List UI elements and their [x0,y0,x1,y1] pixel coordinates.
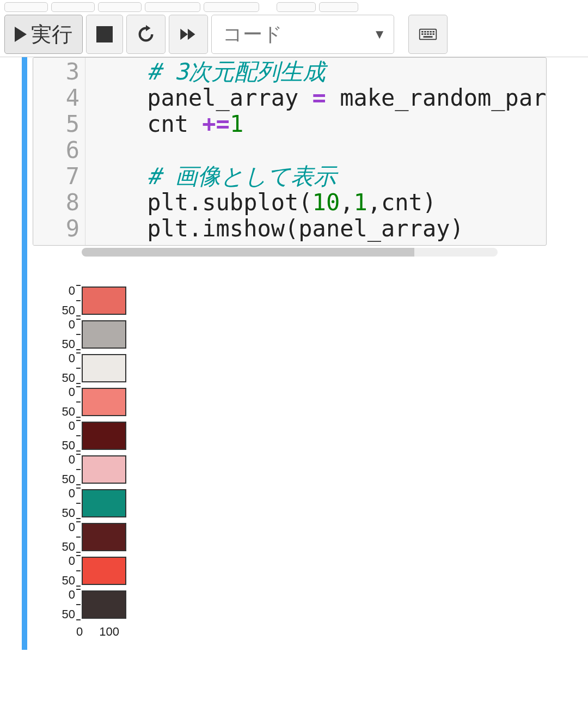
restart-button[interactable] [126,15,166,54]
interrupt-button[interactable] [86,15,123,54]
code-editor[interactable]: 3456789 # 3次元配列生成 panel_array = make_ran… [33,57,547,246]
subplot: 050 [44,284,185,318]
subplot: 050 [44,554,185,588]
play-icon [15,27,27,42]
subplot: 050 [44,588,185,621]
code-text[interactable]: # 3次元配列生成 panel_array = make_random_par … [85,58,546,245]
y-tick-labels: 050 [44,454,75,485]
partial-button [204,2,259,12]
caret-down-icon: ▼ [373,27,386,42]
y-tick-labels: 050 [44,285,75,316]
svg-rect-5 [433,31,434,33]
svg-rect-11 [424,36,433,38]
run-button-label: 実行 [31,21,72,48]
y-tick-labels: 050 [44,319,75,350]
run-button[interactable]: 実行 [4,15,83,54]
y-tick-labels: 050 [44,353,75,383]
cell-type-select[interactable]: コード ▼ [211,15,394,54]
subplot: 050 [44,419,185,453]
y-tick-labels: 050 [44,589,75,620]
partial-button [98,2,142,12]
svg-rect-3 [427,31,428,33]
svg-rect-2 [424,31,426,33]
restart-run-all-button[interactable] [169,15,208,54]
x-tick-labels: 0100 [76,625,185,639]
horizontal-scrollbar[interactable] [82,248,498,257]
svg-rect-1 [421,31,423,33]
svg-rect-9 [430,33,431,35]
stop-icon [96,26,113,42]
svg-rect-6 [421,33,423,35]
subplot: 050 [44,385,185,419]
y-tick-labels: 050 [44,522,75,552]
subplot: 050 [44,351,185,385]
line-number-gutter: 3456789 [33,58,85,245]
subplot: 050 [44,453,185,486]
y-tick-labels: 050 [44,488,75,519]
subplot: 050 [44,486,185,520]
svg-rect-8 [427,33,428,35]
partial-button [4,2,48,12]
partial-button [145,2,200,12]
partial-button [277,2,316,12]
command-palette-button[interactable] [408,15,448,54]
cell-output: 050 050 050 050 050 050 05 [33,257,547,650]
notebook-area: 3456789 # 3次元配列生成 panel_array = make_ran… [0,57,588,650]
code-cell[interactable]: 3456789 # 3次元配列生成 panel_array = make_ran… [22,57,544,650]
fast-forward-icon [179,25,198,44]
svg-rect-7 [424,33,426,35]
toolbar-row-partial [0,0,588,12]
cell-type-label: コード [223,21,283,48]
partial-button [319,2,358,12]
matplotlib-figure: 050 050 050 050 050 050 05 [44,284,185,639]
partial-button [51,2,95,12]
restart-icon [137,25,155,44]
y-tick-labels: 050 [44,387,75,417]
keyboard-icon [419,25,437,44]
y-tick-labels: 050 [44,421,75,451]
subplot: 050 [44,520,185,554]
toolbar: 実行 コード ▼ [0,12,588,57]
svg-rect-4 [430,31,431,33]
svg-rect-10 [433,33,434,35]
y-tick-labels: 050 [44,556,75,586]
subplot: 050 [44,318,185,351]
